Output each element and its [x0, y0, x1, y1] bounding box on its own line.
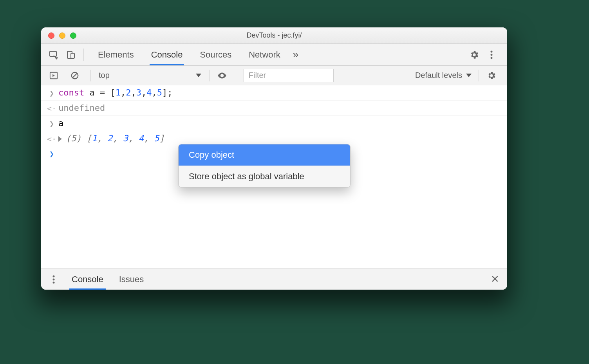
svg-rect-0	[50, 51, 56, 56]
context-menu: Copy object Store object as global varia…	[178, 144, 351, 187]
tab-console[interactable]: Console	[143, 44, 192, 65]
chevron-down-icon	[196, 74, 201, 77]
input-chevron-icon: ❯	[45, 88, 58, 98]
live-expression-eye-icon[interactable]	[215, 68, 229, 83]
console-input-row: ❯ a	[41, 116, 507, 131]
output-chevron-icon: <·	[45, 133, 58, 144]
tab-elements[interactable]: Elements	[89, 44, 143, 65]
console-code-line: const a = [1,2,3,4,5];	[58, 88, 506, 97]
tab-network[interactable]: Network	[240, 44, 289, 65]
log-levels-dropdown[interactable]: Default levels	[414, 71, 473, 80]
drawer-kebab-icon[interactable]	[47, 272, 61, 287]
drawer-bar: Console Issues ✕	[41, 268, 507, 290]
svg-point-9	[53, 275, 55, 277]
prompt-chevron-icon: ❯	[45, 148, 58, 159]
kebab-menu-icon[interactable]	[484, 48, 499, 62]
inspect-element-icon[interactable]	[47, 48, 61, 62]
svg-point-4	[491, 54, 493, 56]
log-levels-label: Default levels	[415, 71, 462, 80]
console-code-line: a	[58, 118, 506, 128]
tab-sources[interactable]: Sources	[191, 44, 240, 65]
output-chevron-icon: <·	[45, 103, 58, 113]
minimize-window-button[interactable]	[59, 32, 65, 39]
divider	[209, 70, 210, 81]
filter-input[interactable]	[244, 69, 334, 82]
device-toolbar-icon[interactable]	[64, 48, 78, 62]
clear-console-icon[interactable]	[68, 68, 82, 83]
execution-context-label: top	[99, 71, 110, 80]
console-input-row: ❯ const a = [1,2,3,4,5];	[41, 85, 507, 101]
svg-point-11	[53, 281, 55, 283]
settings-gear-icon[interactable]	[467, 48, 481, 62]
console-result-array[interactable]: (5) [1, 2, 3, 4, 5]	[58, 133, 506, 143]
svg-rect-2	[71, 53, 74, 58]
maximize-window-button[interactable]	[70, 32, 76, 39]
chevron-down-icon	[466, 74, 472, 77]
traffic-lights	[41, 32, 76, 39]
more-tabs-icon[interactable]: »	[289, 49, 302, 61]
drawer-tab-console[interactable]: Console	[64, 269, 111, 290]
input-chevron-icon: ❯	[45, 118, 58, 128]
context-menu-item-store-global[interactable]: Store object as global variable	[179, 166, 350, 187]
context-menu-item-copy-object[interactable]: Copy object	[179, 144, 350, 166]
divider	[238, 70, 238, 81]
window-title: DevTools - jec.fyi/	[41, 31, 507, 40]
main-tab-bar: Elements Console Sources Network »	[41, 44, 507, 66]
title-bar: DevTools - jec.fyi/	[41, 27, 507, 44]
svg-point-10	[53, 278, 55, 280]
svg-line-8	[73, 73, 77, 77]
divider	[90, 70, 91, 81]
execution-context-dropdown[interactable]: top	[96, 69, 204, 82]
close-window-button[interactable]	[48, 32, 54, 39]
sidebar-toggle-icon[interactable]	[47, 68, 61, 83]
drawer-tab-issues[interactable]: Issues	[111, 269, 152, 290]
close-drawer-icon[interactable]: ✕	[488, 273, 502, 285]
console-settings-gear-icon[interactable]	[484, 68, 499, 83]
console-log-area[interactable]: ❯ const a = [1,2,3,4,5]; <· undefined ❯ …	[41, 85, 507, 268]
expand-triangle-icon[interactable]	[58, 136, 62, 142]
console-result-undefined: undefined	[58, 103, 506, 113]
divider	[479, 70, 479, 81]
divider	[83, 49, 84, 61]
console-output-row: <· undefined	[41, 101, 507, 116]
svg-point-3	[491, 50, 493, 52]
devtools-window: DevTools - jec.fyi/ Elements Console Sou…	[41, 27, 507, 290]
console-toolbar: top Default levels	[41, 66, 507, 85]
svg-point-5	[491, 57, 493, 59]
